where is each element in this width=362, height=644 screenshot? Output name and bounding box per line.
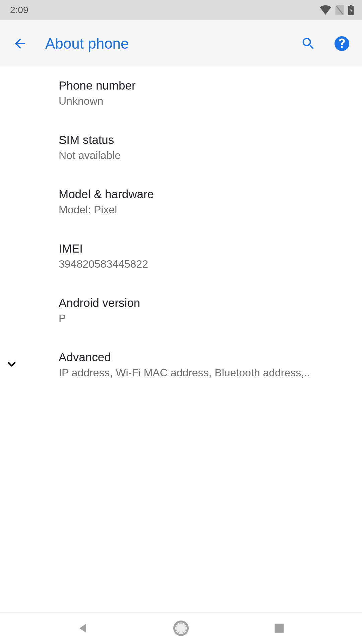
- setting-title: Phone number: [59, 79, 352, 92]
- svg-rect-5: [275, 624, 284, 633]
- setting-sim-status[interactable]: SIM status Not available: [0, 121, 362, 176]
- battery-charging-icon: [348, 5, 354, 15]
- setting-subtitle: Unknown: [59, 95, 352, 107]
- setting-imei[interactable]: IMEI 394820583445822: [0, 230, 362, 284]
- help-icon: [334, 36, 350, 52]
- back-arrow-icon: [12, 36, 28, 51]
- setting-title: IMEI: [59, 242, 352, 255]
- setting-android-version[interactable]: Android version P: [0, 284, 362, 339]
- search-icon: [301, 36, 316, 51]
- nav-home-button[interactable]: [168, 615, 194, 642]
- no-sim-icon: [335, 5, 344, 15]
- app-bar: About phone: [0, 20, 362, 67]
- setting-subtitle: 394820583445822: [59, 258, 352, 270]
- svg-point-4: [176, 623, 186, 633]
- setting-advanced[interactable]: Advanced IP address, Wi-Fi MAC address, …: [0, 339, 362, 393]
- setting-title: SIM status: [59, 133, 352, 147]
- status-time: 2:09: [10, 5, 28, 15]
- setting-subtitle: Not available: [59, 149, 352, 162]
- setting-subtitle: P: [59, 312, 352, 325]
- nav-back-button[interactable]: [69, 615, 96, 642]
- help-button[interactable]: [332, 34, 352, 54]
- setting-phone-number[interactable]: Phone number Unknown: [0, 67, 362, 121]
- status-bar: 2:09: [0, 0, 362, 20]
- triangle-back-icon: [76, 622, 89, 635]
- page-title: About phone: [45, 35, 298, 52]
- svg-rect-1: [350, 5, 352, 6]
- navigation-bar: [0, 612, 362, 644]
- setting-subtitle: Model: Pixel: [59, 204, 352, 216]
- status-icons-group: [320, 5, 354, 15]
- setting-model-hardware[interactable]: Model & hardware Model: Pixel: [0, 176, 362, 230]
- setting-title: Model & hardware: [59, 187, 352, 201]
- setting-title: Android version: [59, 296, 352, 310]
- search-button[interactable]: [298, 34, 318, 54]
- wifi-icon: [320, 5, 331, 15]
- setting-subtitle: IP address, Wi-Fi MAC address, Bluetooth…: [59, 367, 352, 379]
- nav-recent-button[interactable]: [266, 615, 293, 642]
- back-button[interactable]: [10, 34, 30, 54]
- circle-home-icon: [173, 620, 189, 636]
- settings-list: Phone number Unknown SIM status Not avai…: [0, 67, 362, 393]
- square-recent-icon: [273, 622, 285, 634]
- setting-title: Advanced: [59, 351, 352, 364]
- chevron-down-icon: [4, 357, 19, 372]
